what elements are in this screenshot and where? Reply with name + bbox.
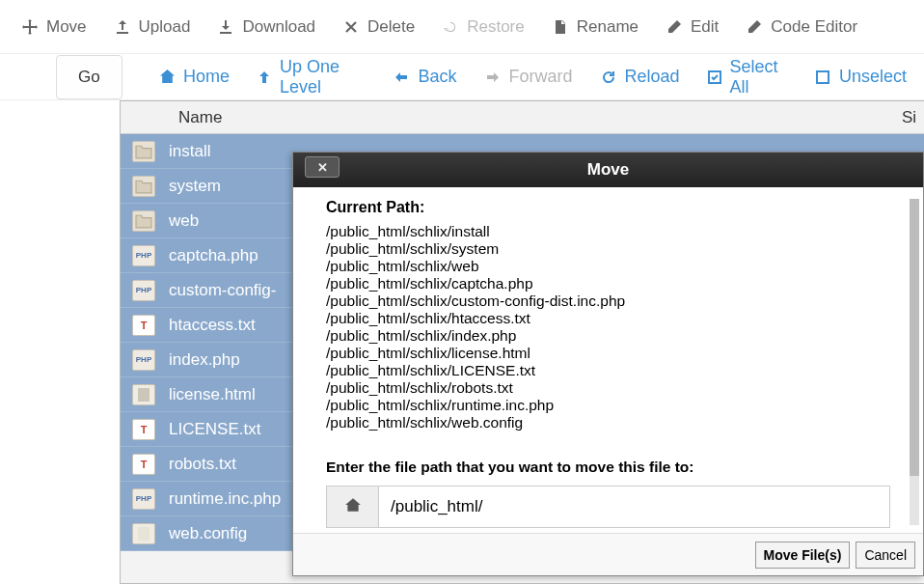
current-path-list: /public_html/schlix/install/public_html/… <box>326 222 890 431</box>
nav-select-all[interactable]: Select All <box>693 49 801 105</box>
move-dialog-body: Current Path: /public_html/schlix/instal… <box>293 187 923 533</box>
file-type-icon: PHP <box>132 245 155 266</box>
column-header-name[interactable]: Name <box>175 108 902 127</box>
scrollbar[interactable] <box>910 199 919 525</box>
home-icon <box>344 496 362 516</box>
restore-icon <box>442 18 459 36</box>
destination-label: Enter the file path that you want to mov… <box>326 459 890 476</box>
file-type-icon <box>132 141 155 162</box>
up-icon <box>257 69 272 86</box>
edit-icon <box>666 18 683 36</box>
svg-rect-3 <box>138 527 149 541</box>
move-files-button[interactable]: Move File(s) <box>755 542 851 569</box>
close-button[interactable]: ✕ <box>305 156 340 178</box>
current-path-label: Current Path: <box>326 199 890 216</box>
selectall-icon <box>707 69 722 86</box>
restore-button: Restore <box>428 12 538 42</box>
move-dialog-footer: Move File(s) Cancel <box>293 533 923 575</box>
file-type-icon: PHP <box>132 488 155 510</box>
nav-back[interactable]: Back <box>379 59 470 95</box>
toolbar-nav: Go Home Up One Level Back Forward Reload… <box>0 54 924 100</box>
path-entry: /public_html/schlix/LICENSE.txt <box>326 361 890 378</box>
download-label: Download <box>242 17 315 37</box>
upload-label: Upload <box>139 17 191 37</box>
edit-button[interactable]: Edit <box>652 12 732 42</box>
nav-forward: Forward <box>471 59 586 95</box>
file-type-icon: T <box>132 315 155 336</box>
nav-select-all-label: Select All <box>730 57 787 97</box>
file-type-icon <box>132 384 155 405</box>
file-type-icon <box>132 523 155 544</box>
rename-button[interactable]: Rename <box>538 12 652 42</box>
back-icon <box>393 69 410 86</box>
path-entry: /public_html/schlix/htaccess.txt <box>326 309 890 326</box>
download-button[interactable]: Download <box>204 12 329 42</box>
upload-icon <box>114 18 131 36</box>
file-type-icon: PHP <box>132 280 155 301</box>
file-type-icon <box>132 176 155 197</box>
forward-icon <box>484 69 502 86</box>
file-type-icon <box>132 210 155 232</box>
nav-up-label: Up One Level <box>280 57 366 97</box>
path-entry: /public_html/schlix/custom-config-dist.i… <box>326 292 890 309</box>
scrollbar-thumb[interactable] <box>910 199 919 476</box>
file-table-header: Name Si <box>121 101 924 134</box>
move-dialog: ✕ Move Current Path: /public_html/schlix… <box>292 152 924 576</box>
nav-unselect[interactable]: Unselect <box>801 59 920 95</box>
file-type-icon: T <box>132 454 155 475</box>
cancel-button[interactable]: Cancel <box>856 542 915 569</box>
move-dialog-title: Move <box>587 160 629 180</box>
delete-button[interactable]: Delete <box>329 12 428 42</box>
nav-reload-label: Reload <box>625 67 680 87</box>
svg-rect-1 <box>817 71 829 83</box>
path-entry: /public_html/schlix/robots.txt <box>326 378 890 396</box>
move-label: Move <box>46 17 87 37</box>
path-entry: /public_html/schlix/captcha.php <box>326 274 890 292</box>
file-type-icon: PHP <box>132 349 155 371</box>
column-header-size[interactable]: Si <box>902 108 924 127</box>
path-entry: /public_html/schlix/index.php <box>326 326 890 344</box>
rename-icon <box>552 18 569 36</box>
path-entry: /public_html/schlix/system <box>326 239 890 257</box>
close-icon: ✕ <box>317 160 328 175</box>
code-editor-label: Code Editor <box>771 17 857 37</box>
home-icon <box>158 69 176 86</box>
toolbar-top: Move Upload Download Delete Restore Rena… <box>0 0 924 54</box>
path-entry: /public_html/schlix/license.html <box>326 344 890 361</box>
code-editor-button[interactable]: Code Editor <box>732 12 871 42</box>
move-icon <box>21 18 39 36</box>
rename-label: Rename <box>577 17 639 37</box>
path-entry: /public_html/schlix/install <box>326 222 890 239</box>
nav-home[interactable]: Home <box>145 59 243 95</box>
reload-icon <box>600 69 617 86</box>
restore-label: Restore <box>467 17 525 37</box>
nav-unselect-label: Unselect <box>839 67 907 87</box>
destination-home-button[interactable] <box>327 487 379 527</box>
code-icon <box>746 18 763 36</box>
nav-back-label: Back <box>418 67 456 87</box>
path-entry: /public_html/schlix/runtime.inc.php <box>326 396 890 413</box>
go-button[interactable]: Go <box>56 55 122 99</box>
delete-icon <box>342 18 360 36</box>
nav-forward-label: Forward <box>509 67 573 87</box>
nav-up[interactable]: Up One Level <box>243 49 379 105</box>
delete-label: Delete <box>367 17 415 37</box>
destination-input-group <box>326 486 890 528</box>
download-icon <box>217 18 234 36</box>
move-dialog-titlebar[interactable]: ✕ Move <box>293 153 923 187</box>
path-entry: /public_html/schlix/web.config <box>326 414 890 431</box>
nav-home-label: Home <box>183 67 230 87</box>
edit-label: Edit <box>691 17 719 37</box>
file-type-icon: T <box>132 419 155 440</box>
left-gutter <box>0 100 120 584</box>
nav-reload[interactable]: Reload <box>586 59 693 95</box>
svg-rect-2 <box>138 388 149 402</box>
destination-input[interactable] <box>379 487 889 527</box>
unselect-icon <box>814 69 831 86</box>
move-button[interactable]: Move <box>8 12 100 42</box>
upload-button[interactable]: Upload <box>100 12 204 42</box>
path-entry: /public_html/schlix/web <box>326 257 890 274</box>
